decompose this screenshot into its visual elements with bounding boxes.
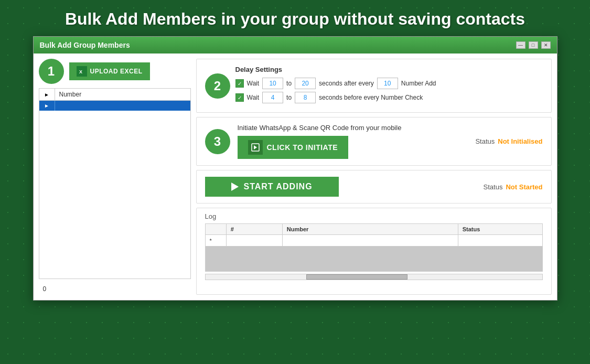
maximize-button[interactable]: □	[529, 41, 538, 49]
excel-icon: X	[77, 66, 87, 77]
delay-row-1: ✓ Wait to seconds after every Number Add	[235, 78, 543, 89]
log-row-gray	[205, 247, 542, 272]
close-button[interactable]: ✕	[541, 41, 551, 49]
log-scrollbar[interactable]	[205, 274, 543, 280]
wait1-suffix: seconds after every	[319, 80, 374, 87]
row-cell	[55, 101, 190, 111]
row-count-label: 0	[39, 283, 191, 295]
left-panel: 1 X UPLOAD EXCEL ► Number	[39, 59, 191, 295]
upload-excel-button[interactable]: X UPLOAD EXCEL	[69, 62, 150, 80]
wait1-num-input[interactable]	[377, 78, 398, 89]
log-cell-number	[282, 235, 458, 247]
title-bar: Bulk Add Group Members — □ ✕	[34, 37, 557, 53]
log-col-hash: #	[226, 224, 282, 235]
start-section: START ADDING Status Not Started	[196, 170, 552, 204]
log-col-idx	[205, 224, 226, 235]
table-header-row: ► Number	[39, 89, 190, 101]
to1-label: to	[286, 80, 292, 87]
initiate-content: Initiate WhatsApp & Scane QR Code from y…	[238, 124, 468, 159]
log-gray-area	[205, 247, 542, 272]
delay-row-2: ✓ Wait to seconds before every Number Ch…	[235, 92, 543, 103]
delay-title: Delay Settings	[235, 66, 543, 73]
log-row-1: *	[205, 235, 542, 247]
window-title: Bulk Add Group Members	[40, 41, 130, 49]
initiate-row: 3 Initiate WhatsApp & Scane QR Code from…	[205, 124, 543, 159]
delay1-checkbox[interactable]: ✓	[235, 79, 244, 88]
log-col-status: Status	[458, 224, 542, 235]
log-row-marker: *	[205, 235, 226, 247]
step2-circle: 2	[205, 73, 230, 99]
initiate-desc: Initiate WhatsApp & Scane QR Code from y…	[238, 124, 468, 132]
log-header-row: # Number Status	[205, 224, 542, 235]
log-table: # Number Status *	[205, 223, 543, 272]
start-adding-button[interactable]: START ADDING	[205, 177, 339, 197]
wait1-to-input[interactable]	[295, 78, 316, 89]
initiate-status-label: Status	[475, 137, 495, 145]
app-content: 1 X UPLOAD EXCEL ► Number	[34, 53, 557, 300]
play-icon	[231, 183, 239, 191]
delay-content: Delay Settings ✓ Wait to seconds after e…	[235, 66, 543, 106]
step1-row: 1 X UPLOAD EXCEL	[39, 59, 191, 84]
to2-label: to	[286, 94, 292, 101]
table-arrow-col: ►	[39, 89, 55, 100]
wait1-from-input[interactable]	[262, 78, 283, 89]
log-label: Log	[205, 212, 543, 220]
log-cell-status	[458, 235, 542, 247]
start-status-area: Status Not Started	[484, 183, 543, 191]
delay2-checkbox[interactable]: ✓	[235, 93, 244, 102]
number-table: ► Number ►	[39, 88, 191, 279]
wait1-label: Wait	[247, 80, 260, 87]
step1-circle: 1	[39, 59, 64, 84]
row-arrow: ►	[39, 101, 55, 111]
start-status-value: Not Started	[506, 183, 542, 191]
wait2-suffix: seconds before every Number Check	[319, 94, 423, 101]
table-selected-row[interactable]: ►	[39, 101, 190, 111]
wait2-from-input[interactable]	[262, 92, 283, 103]
wait2-label: Wait	[247, 94, 260, 101]
step3-circle: 3	[205, 129, 230, 154]
page-title: Bulk Add Members in your group without s…	[55, 0, 535, 36]
log-table-body: *	[205, 235, 542, 272]
initiate-button[interactable]: CLICK TO INITIATE	[238, 136, 349, 159]
initiate-status-value: Not Initialised	[498, 137, 542, 145]
log-cell-hash	[226, 235, 282, 247]
scrollbar-thumb	[306, 274, 407, 280]
table-number-header: Number	[55, 89, 190, 100]
log-section: Log # Number Status *	[196, 208, 552, 295]
right-panel: 2 Delay Settings ✓ Wait to seconds after…	[196, 59, 552, 295]
minimize-button[interactable]: —	[516, 41, 525, 49]
initiate-section: 3 Initiate WhatsApp & Scane QR Code from…	[196, 117, 552, 166]
log-col-number: Number	[282, 224, 458, 235]
table-body	[39, 111, 190, 279]
wait1-end: Number Add	[401, 80, 436, 87]
start-status-label: Status	[484, 183, 503, 191]
window-controls: — □ ✕	[516, 41, 551, 49]
delay-inner: 2 Delay Settings ✓ Wait to seconds after…	[205, 66, 543, 106]
initiate-btn-icon	[248, 140, 263, 155]
svg-text:X: X	[79, 69, 83, 74]
wait2-to-input[interactable]	[295, 92, 316, 103]
app-window: Bulk Add Group Members — □ ✕ 1 X UPLOAD	[33, 36, 557, 301]
initiate-status-area: Status Not Initialised	[475, 137, 542, 145]
delay-section: 2 Delay Settings ✓ Wait to seconds after…	[196, 59, 552, 113]
